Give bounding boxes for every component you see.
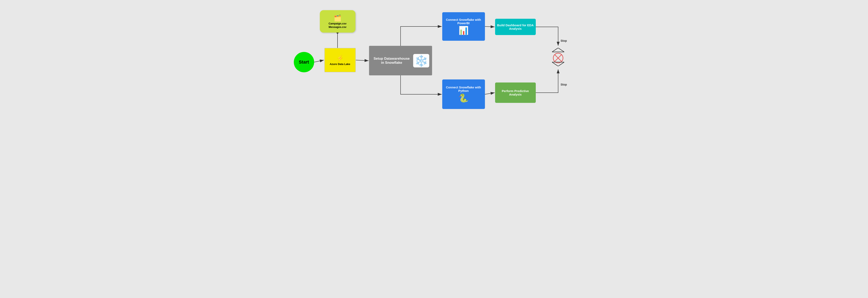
predictive-node: Perform Predictive Analysis bbox=[495, 82, 536, 103]
svg-text:Stop: Stop bbox=[561, 39, 567, 43]
snowflake-icon: ❄️ bbox=[413, 54, 429, 67]
diagram-canvas: Stop Stop Start 🗂️ Campaign.csv Messages… bbox=[290, 4, 579, 122]
snowflake-setup-node: Setup Datawarehouse in Snowflake ❄️ bbox=[369, 46, 432, 75]
start-node: Start bbox=[294, 52, 314, 72]
dashboard-node: Build Dashboard for EDA Analysis bbox=[495, 19, 536, 35]
svg-line-5 bbox=[485, 26, 495, 27]
powerbi-label: Connect Snowflake with PowerBI bbox=[445, 18, 483, 25]
svg-marker-9 bbox=[552, 48, 564, 52]
svg-line-6 bbox=[485, 93, 495, 94]
files-icon: 🗂️ bbox=[334, 15, 341, 22]
azure-node: ⚡ Azure Data Lake bbox=[324, 48, 356, 72]
svg-line-4 bbox=[356, 60, 369, 61]
files-node: 🗂️ Campaign.csv Messages.csv bbox=[320, 10, 355, 33]
azure-label: Azure Data Lake bbox=[330, 62, 350, 65]
file2-label: Messages.csv bbox=[329, 25, 346, 28]
dashboard-label: Build Dashboard for EDA Analysis bbox=[497, 23, 534, 30]
stop-node bbox=[552, 48, 564, 67]
powerbi-icon: 📊 bbox=[459, 26, 469, 35]
python-icon: 🐍 bbox=[459, 93, 469, 103]
predictive-label: Perform Predictive Analysis bbox=[497, 89, 534, 96]
snowflake-text: Setup Datawarehouse in Snowflake bbox=[372, 57, 411, 65]
svg-line-1 bbox=[314, 60, 324, 62]
stop-symbol bbox=[552, 48, 564, 66]
start-label: Start bbox=[299, 59, 309, 65]
azure-icon: ⚡ bbox=[336, 55, 344, 62]
file1-label: Campaign.csv bbox=[329, 22, 346, 25]
powerbi-node: Connect Snowflake with PowerBI 📊 bbox=[442, 12, 485, 41]
python-label: Connect Snowflake with Python bbox=[445, 85, 483, 92]
svg-text:Stop: Stop bbox=[561, 83, 567, 86]
python-node: Connect Snowflake with Python 🐍 bbox=[442, 79, 485, 109]
